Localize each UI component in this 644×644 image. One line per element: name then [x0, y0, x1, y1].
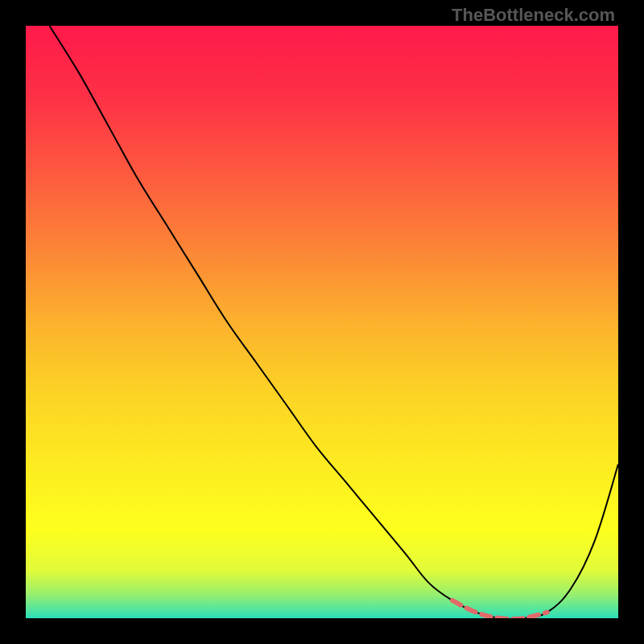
chart-frame — [26, 26, 618, 618]
watermark-label: TheBottleneck.com — [452, 5, 615, 26]
chart-svg — [26, 26, 618, 618]
gradient-background — [26, 26, 618, 618]
